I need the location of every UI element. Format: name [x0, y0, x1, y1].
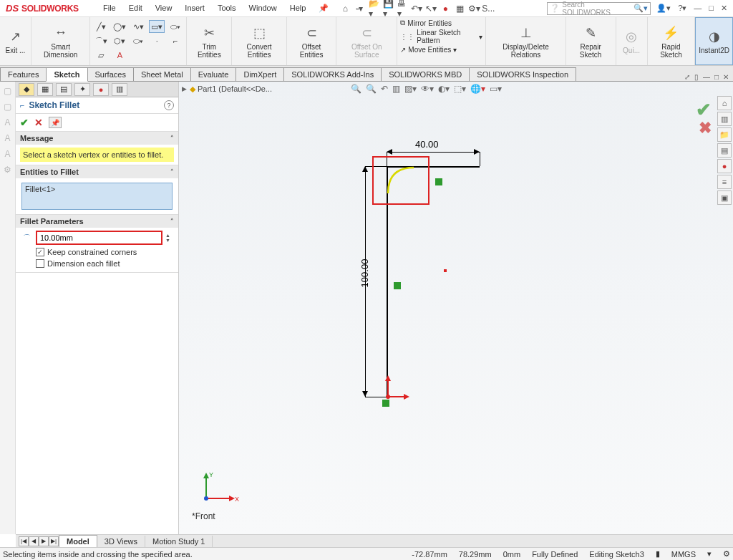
dim-each-checkbox[interactable]: Dimension each fillet: [36, 259, 174, 268]
tree-expand-icon[interactable]: ▶: [182, 85, 187, 92]
rebuild-icon[interactable]: ●: [440, 4, 450, 14]
menu-view[interactable]: View: [150, 1, 178, 15]
mirror-button[interactable]: ⧉Mirror Entities: [400, 19, 482, 27]
pm-tab-config-icon[interactable]: ▤: [56, 83, 72, 96]
pm-tab-display-icon[interactable]: ●: [93, 83, 109, 96]
nav-last-icon[interactable]: ▶|: [49, 536, 59, 546]
sketch-point[interactable]: [444, 269, 447, 272]
pm-entities-header[interactable]: Entities to Fillet˄: [16, 165, 178, 178]
select-icon[interactable]: ↖▾: [426, 4, 436, 14]
confirm-sketch-icon[interactable]: ✔: [696, 99, 712, 121]
pm-cancel-icon[interactable]: ✕: [34, 117, 43, 128]
tab-sheetmetal[interactable]: Sheet Metal: [133, 67, 191, 81]
tab-mbd[interactable]: SOLIDWORKS MBD: [381, 67, 470, 81]
tab-features[interactable]: Features: [0, 67, 47, 81]
flyout-tree-root[interactable]: ◆ Part1 (Default<<De...: [190, 85, 272, 94]
instant2d-button[interactable]: ◑ Instant2D: [695, 17, 733, 65]
relation-horizontal-icon[interactable]: [435, 178, 442, 185]
display-style-icon[interactable]: ▨▾: [404, 84, 417, 94]
text-tool-icon[interactable]: A: [112, 49, 127, 62]
graphics-area[interactable]: ▶ ◆ Part1 (Default<<De... 🔍 🔍 ↶ ▥ ▨▾ 👁▾ …: [179, 82, 733, 534]
settings-icon[interactable]: ⚙▾: [469, 4, 479, 14]
nav-prev-icon[interactable]: ◀: [29, 536, 39, 546]
tool-icon[interactable]: ▢: [4, 86, 11, 96]
user-icon[interactable]: 👤▾: [656, 4, 671, 13]
section-icon[interactable]: ▥: [392, 84, 400, 94]
taskpane-custom-icon[interactable]: ≡: [717, 175, 732, 189]
pm-ok-icon[interactable]: ✔: [20, 117, 29, 128]
tab-sketch[interactable]: Sketch: [46, 67, 87, 82]
arc-tool-icon[interactable]: ⌒▾: [93, 34, 109, 47]
appearance-icon[interactable]: S...: [483, 4, 493, 14]
appearance-icon[interactable]: 🌐▾: [470, 84, 485, 94]
tab-motion[interactable]: Motion Study 1: [145, 536, 213, 547]
search-box[interactable]: ❔ Search SOLIDWORKS 🔍▾: [547, 2, 651, 15]
home-icon[interactable]: ⌂: [340, 4, 350, 14]
doc-min-icon[interactable]: —: [703, 73, 710, 81]
more-tool-icon[interactable]: [130, 49, 146, 62]
scene-icon[interactable]: ◐▾: [438, 84, 450, 94]
menu-file[interactable]: File: [97, 1, 122, 15]
pm-tab-extra-icon[interactable]: ▥: [112, 83, 127, 96]
menu-window[interactable]: Window: [243, 1, 283, 15]
pm-tab-dimxpert-icon[interactable]: ✦: [74, 83, 90, 96]
status-units[interactable]: MMGS: [671, 550, 696, 559]
pm-pin-icon[interactable]: 📌: [49, 117, 62, 128]
tool-icon[interactable]: ▢: [4, 102, 11, 112]
doc-expand-icon[interactable]: ⤢: [684, 73, 690, 81]
smart-dimension-button[interactable]: ↔ Smart Dimension: [31, 17, 90, 65]
print-icon[interactable]: 🖶▾: [397, 4, 407, 14]
taskpane-home-icon[interactable]: ⌂: [717, 96, 732, 110]
prev-view-icon[interactable]: ↶: [381, 84, 388, 94]
taskpane-resources-icon[interactable]: ▥: [717, 112, 732, 126]
down-icon[interactable]: ▼: [165, 238, 174, 243]
tool-icon[interactable]: A: [4, 149, 10, 159]
exit-sketch-button[interactable]: ↗ Exit ...: [0, 17, 31, 65]
radius-spinner[interactable]: ▲▼: [165, 233, 174, 243]
display-relations-button[interactable]: ⊥ Display/Delete Relations: [486, 17, 565, 65]
menu-pin-icon[interactable]: 📌: [313, 1, 334, 15]
hide-show-icon[interactable]: 👁▾: [421, 84, 434, 94]
nav-first-icon[interactable]: |◀: [19, 536, 29, 546]
pm-params-header[interactable]: Fillet Parameters˄: [16, 215, 178, 228]
menu-tools[interactable]: Tools: [212, 1, 242, 15]
offset-entities-button[interactable]: ⊂ Offset Entities: [287, 17, 336, 65]
tab-surfaces[interactable]: Surfaces: [87, 67, 134, 81]
zoom-fit-icon[interactable]: 🔍: [351, 84, 361, 94]
reject-sketch-icon[interactable]: ✖: [699, 119, 712, 137]
tab-inspection[interactable]: SOLIDWORKS Inspection: [469, 67, 576, 81]
up-icon[interactable]: ▲: [165, 233, 174, 238]
spline-tool-icon[interactable]: ∿▾: [130, 20, 146, 33]
options-grid-icon[interactable]: ▦: [455, 4, 465, 14]
menu-insert[interactable]: Insert: [179, 1, 210, 15]
open-icon[interactable]: 📂▾: [369, 4, 379, 14]
search-icon[interactable]: 🔍▾: [634, 4, 648, 13]
menu-help[interactable]: Help: [284, 1, 312, 15]
rect-tool-icon[interactable]: ▭▾: [149, 20, 165, 33]
radius-input[interactable]: [36, 231, 162, 245]
pm-help-icon[interactable]: ?: [164, 100, 174, 110]
polygon-tool-icon[interactable]: ⬡▾: [112, 34, 127, 47]
menu-edit[interactable]: Edit: [123, 1, 148, 15]
tool-icon[interactable]: A: [4, 117, 10, 127]
tab-model[interactable]: Model: [59, 535, 97, 547]
pm-entities-list[interactable]: Fillet<1>: [21, 183, 173, 210]
tool-icon[interactable]: A: [4, 133, 10, 143]
pattern-button[interactable]: ⋮⋮Linear Sketch Pattern▾: [400, 29, 482, 44]
repair-sketch-button[interactable]: ✎ Repair Sketch: [566, 17, 616, 65]
doc-split-icon[interactable]: ▯: [694, 73, 699, 81]
tab-3dviews[interactable]: 3D Views: [97, 536, 145, 547]
save-icon[interactable]: 💾▾: [383, 4, 393, 14]
close-icon[interactable]: ✕: [721, 4, 727, 13]
undo-icon[interactable]: ↶▾: [412, 4, 422, 14]
taskpane-view-icon[interactable]: ▤: [717, 143, 732, 158]
render-icon[interactable]: ▭▾: [490, 84, 502, 94]
slot-tool-icon[interactable]: ⬭▾: [168, 20, 183, 33]
point-tool-icon[interactable]: ·: [149, 34, 165, 47]
help-menu-icon[interactable]: ?▾: [678, 4, 686, 13]
pm-message-header[interactable]: Message˄: [16, 132, 178, 145]
new-icon[interactable]: ▫▾: [354, 4, 364, 14]
restore-icon[interactable]: □: [709, 4, 714, 13]
circle-tool-icon[interactable]: ◯▾: [112, 20, 127, 33]
doc-close-icon[interactable]: ✕: [723, 73, 729, 81]
